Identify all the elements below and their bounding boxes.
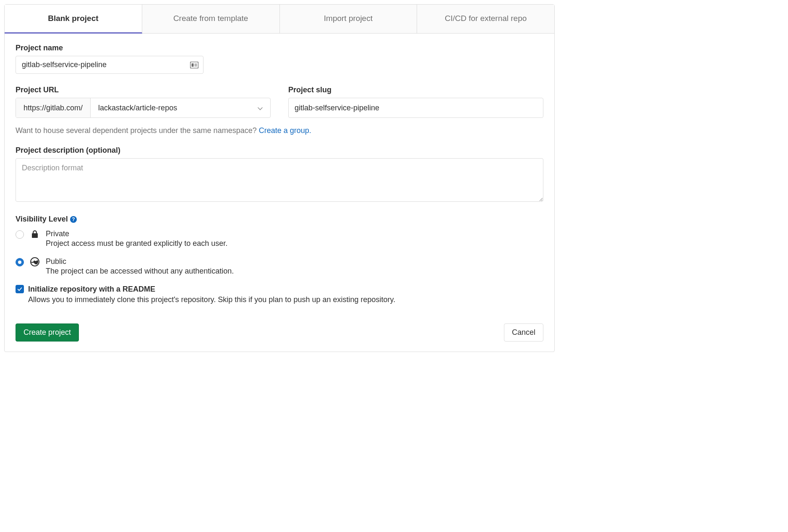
visibility-private-title: Private xyxy=(46,229,227,238)
visibility-private-radio[interactable] xyxy=(16,230,24,239)
visibility-public-row: Public The project can be accessed witho… xyxy=(16,257,543,276)
project-url-prefix: https://gitlab.com/ xyxy=(16,98,91,117)
project-description-label: Project description (optional) xyxy=(16,146,543,155)
namespace-hint-text: Want to house several dependent projects… xyxy=(16,126,259,135)
visibility-level-label: Visibility Level xyxy=(16,215,68,224)
chevron-down-icon xyxy=(258,104,263,112)
project-url-group: https://gitlab.com/ lackastack/article-r… xyxy=(16,98,271,118)
namespace-hint: Want to house several dependent projects… xyxy=(16,126,543,135)
lock-icon xyxy=(30,229,40,240)
visibility-private-desc: Project access must be granted explicitl… xyxy=(46,239,227,248)
initialize-readme-title: Initialize repository with a README xyxy=(28,285,395,294)
visibility-public-desc: The project can be accessed without any … xyxy=(46,267,234,276)
project-template-icon xyxy=(190,62,198,68)
visibility-private-row: Private Project access must be granted e… xyxy=(16,229,543,248)
initialize-readme-desc: Allows you to immediately clone this pro… xyxy=(28,295,395,304)
create-project-button[interactable]: Create project xyxy=(16,323,79,342)
form-actions: Create project Cancel xyxy=(16,323,543,342)
globe-icon xyxy=(30,257,40,268)
project-name-label: Project name xyxy=(16,44,543,52)
visibility-public-title: Public xyxy=(46,257,234,266)
svg-rect-0 xyxy=(190,62,198,68)
namespace-value: lackastack/article-repos xyxy=(98,104,177,112)
tab-cicd-external[interactable]: CI/CD for external repo xyxy=(417,5,554,33)
cancel-button[interactable]: Cancel xyxy=(504,323,543,342)
create-group-link[interactable]: Create a group. xyxy=(259,126,311,135)
project-description-input[interactable] xyxy=(16,158,543,202)
project-slug-input[interactable] xyxy=(288,98,543,118)
tabs: Blank project Create from template Impor… xyxy=(5,5,554,34)
svg-rect-1 xyxy=(192,63,194,67)
svg-text:?: ? xyxy=(72,216,75,222)
initialize-readme-checkbox[interactable] xyxy=(16,285,24,293)
project-name-input[interactable] xyxy=(16,56,204,74)
form-body: Project name Project URL https://gitlab.… xyxy=(5,34,554,352)
svg-rect-3 xyxy=(195,65,197,66)
initialize-readme-row: Initialize repository with a README Allo… xyxy=(16,285,543,304)
tab-blank-project[interactable]: Blank project xyxy=(5,5,142,34)
new-project-panel: Blank project Create from template Impor… xyxy=(4,4,555,352)
tab-create-from-template[interactable]: Create from template xyxy=(142,5,280,33)
namespace-select[interactable]: lackastack/article-repos xyxy=(91,98,270,117)
visibility-public-radio[interactable] xyxy=(16,258,24,266)
tab-import-project[interactable]: Import project xyxy=(280,5,417,33)
help-icon[interactable]: ? xyxy=(70,216,77,223)
svg-rect-2 xyxy=(195,64,197,65)
project-url-label: Project URL xyxy=(16,86,271,94)
project-slug-label: Project slug xyxy=(288,86,543,94)
